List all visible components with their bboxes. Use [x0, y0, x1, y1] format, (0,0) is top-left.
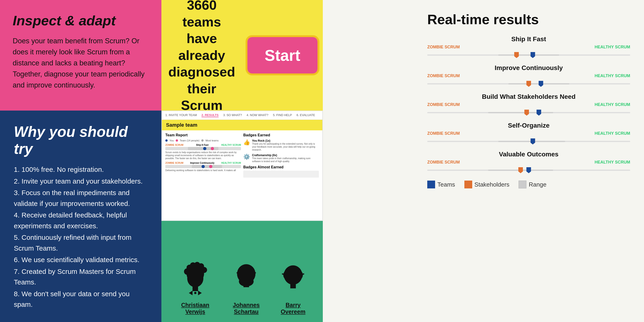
- legend-stakeholders: Stakeholders: [464, 181, 510, 188]
- person-face-1: [179, 261, 212, 299]
- svg-point-11: [194, 292, 196, 294]
- badges-section: Badges Earned 👍 You Rock (1x) Thank you …: [243, 133, 319, 178]
- legend-area: Teams Stakeholders Range: [427, 181, 630, 188]
- chart-title: Improve Continuously: [427, 64, 630, 72]
- why-try-item: 3. Focus on the real impediments and val…: [14, 188, 148, 209]
- svg-marker-9: [189, 291, 192, 295]
- start-button[interactable]: Start: [248, 37, 318, 73]
- svg-rect-19: [244, 283, 249, 287]
- legend-stakeholders-label: Stakeholders: [474, 181, 510, 188]
- inspect-adapt-title: Inspect & adapt: [13, 13, 149, 28]
- screenshot-panel: 1. INVITE YOUR TEAM 2. RESULTS 3. SO WHA…: [162, 111, 323, 221]
- chart-title: Self-Organize: [427, 122, 630, 129]
- svg-rect-8: [192, 287, 198, 291]
- svg-marker-10: [198, 291, 202, 295]
- person-face-2: [230, 259, 262, 299]
- why-try-item: 2. Invite your team and your stakeholder…: [14, 176, 148, 187]
- people-panel: Christiaan Verwijs: [162, 221, 323, 322]
- svg-line-25: [302, 274, 304, 274]
- svg-line-16: [236, 273, 238, 273]
- start-side: Start: [242, 0, 323, 111]
- legend-range: Range: [518, 181, 546, 188]
- svg-rect-26: [290, 284, 296, 288]
- why-try-item: 8. We don't sell your data or send you s…: [14, 289, 148, 310]
- person-christiaan: Christiaan Verwijs: [171, 261, 220, 315]
- count-side: 3660 teams have already diagnosed their …: [162, 0, 242, 111]
- person-name-2: Johannes Schartau: [220, 302, 273, 315]
- why-try-item: 5. Continuously refined with input from …: [14, 232, 148, 254]
- screenshot-nav: 1. INVITE YOUR TEAM 2. RESULTS 3. SO WHA…: [162, 111, 322, 120]
- chart-title: Ship It Fast: [427, 35, 630, 43]
- chart-section: Self-OrganizeZOMBIE SCRUMHEALTHY SCRUM: [427, 122, 630, 146]
- teams-count-start-panel: 3660 teams have already diagnosed their …: [162, 0, 323, 111]
- team-report-section: Team Report You Team (14 people) Most te…: [165, 133, 241, 178]
- why-try-title: Why you should try: [14, 123, 148, 157]
- why-try-item: 6. We use scientifically validated metri…: [14, 255, 148, 265]
- chart-section: Improve ContinuouslyZOMBIE SCRUMHEALTHY …: [427, 64, 630, 88]
- why-try-panel: Why you should try 1. 100% free. No regi…: [0, 111, 162, 322]
- chart-title: Valuable Outcomes: [427, 151, 630, 158]
- svg-point-6: [201, 267, 207, 273]
- realtime-results-panel: Real-time results Ship It FastZOMBIE SCR…: [414, 0, 644, 322]
- charts-container: Ship It FastZOMBIE SCRUMHEALTHY SCRUMImp…: [427, 35, 630, 175]
- legend-range-label: Range: [529, 181, 546, 188]
- person-face-3: [277, 261, 309, 299]
- realtime-title: Real-time results: [427, 11, 630, 27]
- legend-teams-label: Teams: [438, 181, 455, 188]
- inspect-adapt-body: Does your team benefit from Scrum? Or do…: [13, 35, 149, 91]
- legend-teams: Teams: [427, 181, 455, 188]
- chart-section: Valuable OutcomesZOMBIE SCRUMHEALTHY SCR…: [427, 151, 630, 175]
- why-try-item: 1. 100% free. No registration.: [14, 164, 148, 175]
- chart-section: Ship It FastZOMBIE SCRUMHEALTHY SCRUM: [427, 35, 630, 60]
- why-try-item: 4. Receive detailed feedback, helpful ex…: [14, 210, 148, 231]
- sample-team-header: Sample team: [162, 120, 322, 130]
- why-try-item: 7. Created by Scrum Masters for Scrum Te…: [14, 266, 148, 288]
- person-johannes: Johannes Schartau: [220, 259, 273, 315]
- chart-section: Build What Stakeholders NeedZOMBIE SCRUM…: [427, 93, 630, 117]
- teams-count-text: 3660 teams have already diagnosed their …: [166, 0, 238, 114]
- svg-line-24: [282, 274, 284, 274]
- person-name-1: Christiaan Verwijs: [171, 302, 220, 315]
- svg-line-17: [254, 273, 256, 273]
- person-barry: Barry Overeem: [272, 261, 314, 315]
- bottom-middle-panel: 1. INVITE YOUR TEAM 2. RESULTS 3. SO WHA…: [162, 111, 323, 322]
- svg-point-7: [187, 270, 203, 287]
- person-name-3: Barry Overeem: [272, 302, 314, 315]
- chart-title: Build What Stakeholders Need: [427, 93, 630, 100]
- inspect-adapt-panel: Inspect & adapt Does your team benefit f…: [0, 0, 162, 111]
- why-try-list: 1. 100% free. No registration.2. Invite …: [14, 164, 148, 310]
